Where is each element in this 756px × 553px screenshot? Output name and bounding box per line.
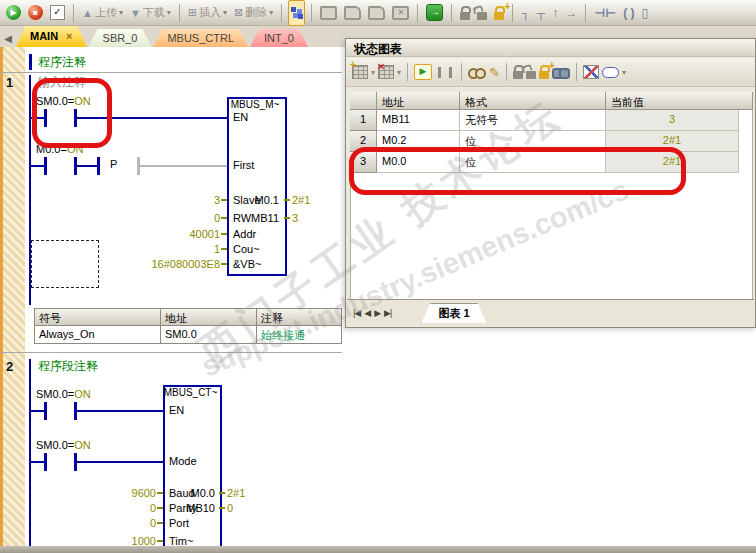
compile-button[interactable]: ✓ (48, 2, 67, 24)
address-cell[interactable]: M0.2 (377, 131, 460, 152)
row-number[interactable]: 3 (350, 152, 377, 173)
network2-comment[interactable]: 程序段注释 (38, 358, 98, 375)
value-cell[interactable]: 3 (606, 110, 739, 131)
insert-button[interactable]: ⊞插入▾ (186, 2, 229, 24)
param-value[interactable]: 9600 (58, 487, 156, 499)
prev-sheet-icon[interactable]: ◀ (364, 308, 370, 318)
read-forced-icon[interactable] (552, 66, 570, 78)
param-value[interactable]: 1 (120, 243, 220, 255)
next-sheet-icon[interactable]: ▶ (374, 308, 380, 318)
format-cell[interactable]: 位 (460, 131, 606, 152)
network1-comment[interactable]: 输入注释 (38, 74, 86, 91)
contact-bar[interactable] (44, 157, 47, 175)
write-all-icon[interactable]: ✎ (489, 65, 500, 80)
symbol-header: 符号 (34, 308, 161, 326)
status-chart-title[interactable]: 状态图表 (346, 39, 755, 57)
selection-cursor[interactable] (31, 240, 99, 288)
insert-dropdown-icon[interactable]: ▾ (223, 8, 227, 17)
param-value[interactable]: 40001 (120, 228, 220, 240)
format-column-header: 格式 (460, 92, 606, 110)
tab-mbus-ctrl[interactable]: MBUS_CTRL (153, 29, 248, 47)
download-dropdown-icon[interactable]: ▾ (167, 8, 171, 17)
address-tag-icon[interactable] (602, 67, 619, 78)
coil-icon: ( ) (623, 6, 634, 20)
param-value[interactable]: 16#080003E8 (120, 258, 220, 270)
chart-status-on-icon[interactable]: ▶ (414, 64, 432, 80)
out-operand[interactable]: M0.1 (246, 194, 279, 206)
run-icon: ▶ (6, 5, 21, 20)
monitor-off-button[interactable]: ✕ (390, 2, 411, 24)
pin-timeout: Tim~ (169, 535, 193, 546)
value-cell[interactable]: 2#1 (606, 131, 739, 152)
unforce-icon[interactable] (526, 71, 536, 79)
param-value[interactable]: 0 (120, 212, 220, 224)
contact-label: SM0.0=ON (36, 388, 91, 400)
insert-row-icon[interactable] (352, 65, 368, 79)
delete-row-dropdown-icon[interactable]: ▾ (397, 68, 401, 77)
run-button[interactable]: ▶ (4, 2, 23, 24)
out-operand[interactable]: M0.0 (182, 487, 215, 499)
pin-tick (219, 507, 225, 509)
box-icon: ▯ (642, 6, 649, 20)
value-cell[interactable]: 2#1 (606, 152, 739, 173)
pause-chart-icon[interactable] (438, 67, 452, 78)
run-mode-button[interactable]: → (424, 2, 445, 24)
first-sheet-icon[interactable]: |◀ (353, 308, 360, 318)
force-button[interactable] (458, 2, 472, 24)
format-cell[interactable]: 无符号 (460, 110, 606, 131)
address-cell[interactable]: M0.0 (377, 152, 460, 173)
coil-button[interactable]: ( ) (621, 2, 636, 24)
unforce-button[interactable] (475, 2, 489, 24)
tab-close-icon[interactable]: × (66, 26, 72, 47)
delete-row-icon[interactable] (378, 65, 394, 79)
force-icon[interactable] (513, 71, 523, 79)
delete-button[interactable]: ⊠删除▾ (232, 2, 275, 24)
stop-icon: ■ (28, 5, 43, 20)
row-number[interactable]: 1 (350, 110, 377, 131)
line-up-button[interactable]: ↑ (550, 2, 560, 24)
line-down-button[interactable]: ┐ (519, 2, 532, 24)
upload-dropdown-icon[interactable]: ▾ (119, 8, 123, 17)
force-all-icon[interactable] (539, 71, 549, 79)
wire (29, 117, 45, 119)
edge-contact-bar[interactable] (97, 157, 100, 175)
contact-button[interactable]: ⊣⊢ (592, 2, 618, 24)
program-comment[interactable]: 程序注释 (38, 54, 86, 71)
force-all-button[interactable] (492, 2, 506, 24)
chart-sheet-tab[interactable]: 图表 1 (421, 303, 486, 323)
param-value[interactable]: 0 (58, 502, 156, 514)
tab-int0[interactable]: INT_0 (250, 29, 308, 47)
contact-bar[interactable] (44, 453, 47, 471)
param-value[interactable]: 3 (120, 194, 220, 206)
download-button[interactable]: ▼下载▾ (128, 2, 173, 24)
upload-button[interactable]: ▲上传▾ (80, 2, 125, 24)
read-all-icon[interactable] (468, 66, 486, 78)
contact-bar[interactable] (44, 402, 47, 420)
param-value[interactable]: 1000 (58, 535, 156, 546)
project-tree-button[interactable] (288, 0, 305, 26)
address-cell[interactable]: MB11 (377, 110, 460, 131)
param-value[interactable]: 0 (58, 517, 156, 529)
tab-sbr0[interactable]: SBR_0 (89, 29, 152, 47)
pin-tick (221, 217, 227, 219)
line-right-button[interactable]: → (563, 2, 579, 24)
out-operand[interactable]: MB10 (182, 502, 215, 514)
chart-new-button[interactable] (318, 2, 339, 24)
tag-dropdown-icon[interactable]: ▾ (622, 68, 626, 77)
row-number[interactable]: 2 (350, 131, 377, 152)
contact-bar[interactable] (44, 109, 47, 127)
open-folder-button[interactable] (342, 2, 363, 24)
folder-arrow-button[interactable] (366, 2, 387, 24)
stop-button[interactable]: ■ (26, 2, 45, 24)
edge-contact-label[interactable]: P (110, 158, 117, 170)
last-sheet-icon[interactable]: ▶| (384, 308, 391, 318)
tab-main[interactable]: MAIN× (16, 26, 87, 47)
format-cell[interactable]: 位 (460, 152, 606, 173)
delete-dropdown-icon[interactable]: ▾ (269, 8, 273, 17)
insert-row-dropdown-icon[interactable]: ▾ (371, 68, 375, 77)
box-button[interactable]: ▯ (640, 2, 651, 24)
out-operand[interactable]: MB11 (246, 212, 279, 224)
line-branch-button[interactable]: ┬ (535, 2, 548, 24)
tab-scroll-left[interactable]: ◀ (0, 31, 16, 47)
trend-view-icon[interactable] (583, 65, 599, 79)
